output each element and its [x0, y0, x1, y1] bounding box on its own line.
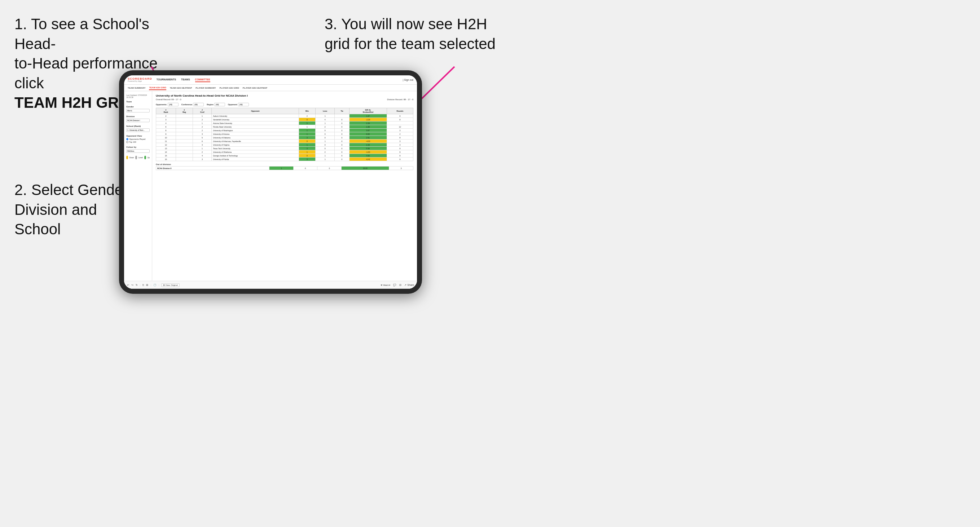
sub-nav-team-h2h-grid[interactable]: TEAM H2H GRID	[149, 86, 166, 90]
filters-row: Opponents: (All) Conference (All) Region…	[156, 103, 414, 106]
cell-conf: 3	[192, 157, 212, 161]
cell-loss: 2	[315, 150, 334, 154]
cell-reg	[176, 147, 192, 150]
cell-win: 1	[299, 129, 315, 132]
division-select[interactable]: NCAA Division I	[126, 119, 150, 122]
view-original-btn[interactable]: ⊞ View: Original	[161, 283, 179, 287]
cell-tie: 0	[335, 140, 349, 143]
clock-btn[interactable]: 🕐	[153, 284, 156, 287]
colour-select[interactable]: Win/loss	[126, 149, 150, 153]
table-row: 13 1 Texas Tech University 3 0 0 5.56 9	[156, 147, 414, 150]
cell-win: 5	[299, 121, 315, 125]
comment-btn[interactable]: 💬	[393, 284, 396, 287]
sidebar-gender-label: Gender	[126, 106, 150, 108]
table-row: 4 1 Arizona State University 5 1 0 2.29	[156, 121, 414, 125]
ann3-line1: 3. You will now see H2H	[325, 16, 487, 32]
radio-opponents-played[interactable]: Opponents Played	[126, 138, 150, 140]
cell-tie: 0	[335, 121, 349, 125]
nav-teams[interactable]: TEAMS	[181, 78, 190, 82]
cell-tie: 0	[335, 154, 349, 157]
h2h-table: #Rank #Reg #Conf Opponent Win Loss Tie D…	[156, 108, 414, 161]
copy-btn[interactable]: ⎘	[143, 284, 144, 286]
sub-nav-team-summary[interactable]: TEAM SUMMARY	[128, 86, 145, 90]
cell-rounds: 3	[387, 143, 413, 147]
cell-conf: 3	[192, 143, 212, 147]
sign-out-link[interactable]: | Sign out	[403, 79, 414, 81]
ood-label: NCAA Division II	[156, 167, 269, 170]
opponents-filter-select[interactable]: (All)	[168, 103, 178, 106]
cell-opponent: University of Oklahoma	[212, 150, 299, 154]
table-row: 12 3 University of Virginia 1 0 0 2.33 3	[156, 143, 414, 147]
cell-loss: 0	[315, 129, 334, 132]
cell-loss: 1	[315, 114, 334, 118]
cell-opponent: Arizona State University	[212, 121, 299, 125]
sub-nav-player-h2h-heatmap[interactable]: PLAYER H2H HEATMAP	[243, 86, 267, 90]
cell-win: 1	[299, 125, 315, 129]
cell-rank: 10	[156, 136, 176, 140]
cell-conf: 2	[192, 129, 212, 132]
cell-loss: 1	[315, 121, 334, 125]
cell-loss: 4	[315, 118, 334, 121]
cell-tie	[335, 114, 349, 118]
share-btn[interactable]: ↗ Share	[404, 284, 414, 287]
sub-nav-player-summary[interactable]: PLAYER SUMMARY	[196, 86, 216, 90]
cell-opponent: University of Arkansas, Fayetteville	[212, 140, 299, 143]
opponent-filter-select[interactable]: (All)	[238, 103, 249, 106]
grid-records: Overall Record: 89 - 17 - 0 Division Rec…	[156, 98, 414, 100]
filter-conference: Conference (All)	[181, 103, 204, 106]
cell-win: 0	[299, 140, 315, 143]
opponent-view-radio: Opponents Played Top 100	[126, 138, 150, 143]
toolbar-sep2: |	[150, 284, 151, 286]
cell-tie: 0	[335, 129, 349, 132]
region-filter-select[interactable]: (All)	[214, 103, 225, 106]
cell-rank: 13	[156, 147, 176, 150]
table-row: 3 2 Vanderbilt University 0 4 0 -2.29 8	[156, 118, 414, 121]
table-row: 8 2 University of Washington 1 0 0 3.67 …	[156, 129, 414, 132]
cell-win: 3	[299, 136, 315, 140]
cell-diff: 5.56	[349, 147, 387, 150]
color-level	[135, 156, 137, 159]
watch-btn[interactable]: 👁 Watch ▾	[380, 284, 390, 286]
cell-rounds: 8	[387, 118, 413, 121]
layout-btn[interactable]: ⊟	[399, 284, 401, 287]
cell-rank: 8	[156, 129, 176, 132]
cell-diff: 4.50	[349, 154, 387, 157]
cell-loss: 1	[315, 157, 334, 161]
grid-btn[interactable]: ⊞	[146, 284, 148, 287]
cell-win: 3	[299, 147, 315, 150]
undo-btn[interactable]: ↩	[127, 284, 129, 287]
cell-win: 3	[299, 157, 315, 161]
cell-rank: 12	[156, 143, 176, 147]
toolbar-sep1: |	[140, 284, 140, 286]
forward-btn[interactable]: ↻	[135, 284, 138, 287]
gender-select[interactable]: Men's	[126, 109, 150, 113]
col-rank: #Rank	[156, 108, 176, 114]
main-content: Last Updated: 27/03/202416:55:38 Team Ge…	[124, 91, 417, 289]
nav-tournaments[interactable]: TOURNAMENTS	[156, 78, 176, 82]
ann2-line1: 2. Select Gender,	[14, 181, 132, 198]
cell-diff: 2.29	[349, 121, 387, 125]
cell-rank: 6	[156, 125, 176, 129]
annotation-3: 3. You will now see H2H grid for the tea…	[325, 14, 541, 54]
table-row: 15 4 Georgia Institute of Technology 0 1…	[156, 154, 414, 157]
school-select[interactable]: 1. University of Nort...	[126, 128, 150, 132]
cell-rank: 14	[156, 150, 176, 154]
col-tie: Tie	[335, 108, 349, 114]
sidebar: Last Updated: 27/03/202416:55:38 Team Ge…	[124, 91, 152, 289]
conference-filter-select[interactable]: (All)	[193, 103, 204, 106]
redo-btn[interactable]: ↪	[131, 284, 134, 287]
cell-rounds: 9	[387, 157, 413, 161]
col-reg: #Reg	[176, 108, 192, 114]
nav-committee[interactable]: COMMITTEE	[195, 78, 210, 82]
cell-opponent: University of Alabama	[212, 136, 299, 140]
table-row: 14 2 University of Oklahoma 1 2 0 -1.00 …	[156, 150, 414, 154]
sub-nav-team-h2h-heatmap[interactable]: TEAM H2H HEATMAP	[170, 86, 192, 90]
cell-conf: 6	[192, 140, 212, 143]
ood-diff: 26.00	[341, 167, 389, 170]
sub-nav-player-h2h-grid[interactable]: PLAYER H2H GRID	[220, 86, 239, 90]
cell-reg	[176, 154, 192, 157]
filter-opponent: Opponent (All)	[228, 103, 249, 106]
cell-tie: 0	[335, 143, 349, 147]
cell-reg	[176, 114, 192, 118]
radio-top100[interactable]: Top 100	[126, 141, 150, 143]
